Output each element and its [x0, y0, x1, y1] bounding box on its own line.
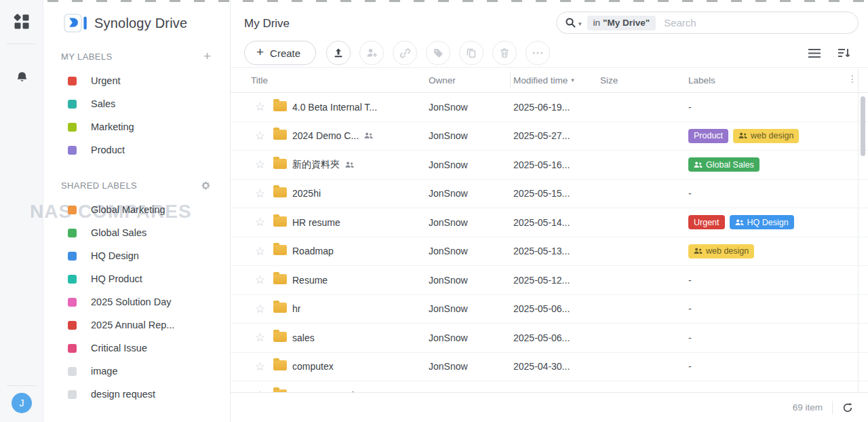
label-badge-text: Global Sales — [706, 160, 754, 170]
label-badge-global-sales[interactable]: Global Sales — [688, 157, 760, 172]
no-label-dash: - — [688, 332, 692, 343]
footer-divider — [832, 401, 833, 415]
list-view-icon[interactable] — [808, 48, 821, 58]
item-labels: - — [688, 275, 868, 286]
create-button[interactable]: + Create — [244, 41, 316, 65]
sidebar-label-urgent[interactable]: Urgent — [43, 69, 230, 92]
column-labels[interactable]: Labels — [688, 75, 868, 85]
table-row[interactable]: ☆2024 Demo C...JonSnow2025-05-27...Produ… — [231, 122, 868, 151]
item-count: 69 item — [793, 402, 823, 413]
table-row[interactable]: ☆2025hiJonSnow2025-05-15...- — [231, 180, 868, 209]
add-label-icon[interactable]: + — [203, 52, 211, 61]
star-icon[interactable]: ☆ — [255, 246, 266, 257]
table-row[interactable]: ☆新的資料夾JonSnow2025-05-16...Global Sales — [231, 151, 868, 180]
item-title[interactable]: sales — [292, 332, 429, 343]
folder-icon — [273, 187, 287, 197]
label-color-swatch — [68, 390, 77, 399]
star-icon[interactable]: ☆ — [255, 216, 266, 228]
sidebar-label-marketing[interactable]: Marketing — [43, 115, 230, 138]
label-color-swatch — [68, 146, 77, 155]
star-icon[interactable]: ☆ — [255, 101, 266, 113]
sidebar-label-design-request[interactable]: design request — [43, 383, 230, 406]
label-color-swatch — [68, 229, 77, 237]
table-row[interactable]: ☆HR resumeJonSnow2025-05-14...UrgentHQ D… — [231, 208, 868, 237]
star-icon[interactable]: ☆ — [255, 188, 266, 199]
sidebar-label-hq-product[interactable]: HQ Product — [43, 267, 230, 290]
search-icon[interactable] — [565, 17, 576, 28]
sidebar-label-global-marketing[interactable]: Global Marketing — [43, 198, 230, 221]
scope-value: "My Drive" — [603, 18, 650, 28]
item-modified-time: 2025-05-13... — [513, 246, 600, 256]
label-name: Product — [91, 145, 125, 155]
settings-gear-icon[interactable] — [201, 180, 211, 191]
sidebar-label-2025-annual-rep[interactable]: 2025 Annual Rep... — [43, 313, 230, 337]
table-row[interactable]: ☆salesJonSnow2025-05-06...- — [231, 324, 868, 353]
column-title[interactable]: Title — [251, 75, 429, 85]
search-scope-caret-icon[interactable]: ▾ — [578, 20, 582, 27]
item-title[interactable]: 4.0 Beta Internal T... — [292, 102, 429, 113]
label-badge-web-design[interactable]: web design — [733, 129, 799, 143]
item-modified-time: 2025-05-15... — [513, 188, 600, 199]
star-icon[interactable]: ☆ — [255, 159, 266, 170]
column-options-icon[interactable]: ⋮ — [848, 73, 857, 84]
table-row[interactable]: ☆4.0 Beta Internal T...JonSnow2025-06-19… — [231, 93, 868, 122]
star-icon[interactable]: ☆ — [255, 274, 266, 286]
folder-icon-cell — [273, 303, 292, 315]
table-row[interactable]: ☆RoadmapJonSnow2025-05-13...web design — [231, 237, 868, 267]
table-row[interactable]: ☆COMPUTEX de...JonSnow2025-04-30... — [231, 381, 868, 392]
star-icon[interactable]: ☆ — [255, 332, 266, 343]
column-size[interactable]: Size — [600, 75, 688, 85]
item-modified-time: 2025-04-30... — [513, 390, 600, 392]
sidebar-label-critical-issue[interactable]: Critical Issue — [43, 337, 230, 360]
label-badge-product[interactable]: Product — [688, 129, 728, 143]
item-title[interactable]: HR resume — [292, 217, 429, 228]
item-title[interactable]: hr — [292, 303, 429, 314]
folder-icon — [273, 389, 287, 392]
item-title[interactable]: 2025hi — [292, 188, 429, 199]
column-owner[interactable]: Owner — [429, 75, 513, 85]
sidebar-label-sales[interactable]: Sales — [43, 92, 230, 115]
sidebar-label-image[interactable]: image — [43, 360, 230, 383]
label-name: Sales — [91, 98, 115, 109]
label-badge-urgent[interactable]: Urgent — [688, 215, 725, 229]
apps-grid-icon[interactable] — [0, 5, 43, 38]
star-icon[interactable]: ☆ — [255, 361, 266, 372]
top-edge-artifact — [47, 0, 868, 2]
label-badge-hq-design[interactable]: HQ Design — [730, 215, 794, 229]
star-icon[interactable]: ☆ — [255, 389, 266, 392]
folder-icon — [273, 245, 287, 255]
search-input[interactable] — [663, 16, 850, 29]
item-title[interactable]: Roadmap — [292, 246, 429, 256]
label-badge-web-design[interactable]: web design — [688, 244, 754, 258]
folder-icon — [273, 332, 287, 342]
sidebar-label-product[interactable]: Product — [43, 138, 230, 161]
upload-button[interactable] — [326, 41, 351, 65]
refresh-icon[interactable] — [842, 402, 853, 413]
user-avatar[interactable]: J — [12, 393, 32, 413]
label-name: Marketing — [91, 121, 134, 132]
shared-labels-list: Global MarketingGlobal SalesHQ DesignHQ … — [43, 198, 230, 406]
star-icon[interactable]: ☆ — [255, 130, 266, 142]
sidebar-label-hq-design[interactable]: HQ Design — [43, 244, 230, 267]
item-title[interactable]: 新的資料夾 — [292, 159, 429, 171]
column-modified-time[interactable]: Modified time ▾ — [513, 75, 600, 85]
star-icon[interactable]: ☆ — [255, 303, 266, 315]
search-scope-chip[interactable]: in "My Drive" — [587, 16, 656, 31]
item-title[interactable]: COMPUTEX de... — [292, 390, 429, 392]
table-row[interactable]: ☆ResumeJonSnow2025-05-12...- — [231, 266, 868, 295]
synology-drive-window: J Synology Drive MY LABELS + UrgentSales… — [0, 0, 868, 422]
notifications-bell-icon[interactable] — [0, 60, 43, 93]
sort-order-icon[interactable] — [837, 47, 850, 58]
table-footer: 69 item — [231, 392, 868, 422]
sidebar-label-2025-solution-day[interactable]: 2025 Solution Day — [43, 290, 230, 313]
search-bar[interactable]: ▾ in "My Drive" — [556, 12, 859, 34]
sidebar-label-global-sales[interactable]: Global Sales — [43, 221, 230, 244]
item-title[interactable]: Resume — [292, 275, 429, 286]
label-color-swatch — [68, 367, 77, 376]
item-title[interactable]: computex — [292, 361, 429, 372]
table-row[interactable]: ☆computexJonSnow2025-04-30...- — [231, 353, 868, 382]
table-row[interactable]: ☆hrJonSnow2025-05-06...- — [231, 295, 868, 324]
scrollbar-thumb[interactable] — [861, 96, 865, 156]
item-modified-time: 2025-05-27... — [513, 130, 600, 141]
item-title[interactable]: 2024 Demo C... — [292, 130, 429, 141]
